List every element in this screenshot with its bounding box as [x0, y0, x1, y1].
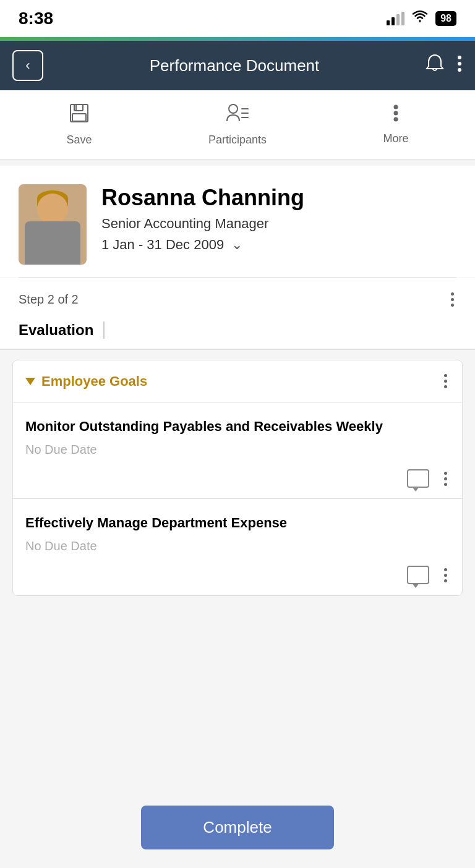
- goals-menu-icon[interactable]: [442, 372, 450, 391]
- wifi-icon: [412, 10, 428, 27]
- status-icons: 98: [387, 10, 456, 27]
- profile-info: Rosanna Channing Senior Accounting Manag…: [101, 184, 456, 253]
- goal-title-1: Monitor Outstanding Payables and Receiva…: [25, 417, 450, 436]
- status-bar: 8:38 98: [0, 0, 475, 37]
- goal-item: Monitor Outstanding Payables and Receiva…: [13, 402, 462, 499]
- goal-comment-icon-2[interactable]: [407, 566, 429, 584]
- battery-icon: 98: [435, 11, 456, 26]
- save-button[interactable]: Save: [42, 103, 116, 147]
- avatar: [19, 184, 87, 265]
- goal-title-2: Effectively Manage Department Expense: [25, 514, 450, 533]
- goal-item-menu-1[interactable]: [442, 469, 450, 488]
- svg-point-2: [458, 68, 461, 72]
- goals-title: Employee Goals: [25, 373, 147, 389]
- participants-icon: [226, 103, 249, 129]
- save-icon: [69, 103, 90, 129]
- avatar-face: [37, 194, 68, 224]
- eval-section: Evaluation: [0, 321, 475, 350]
- bell-icon[interactable]: [426, 54, 444, 78]
- svg-point-12: [394, 111, 398, 116]
- nav-icons: [426, 54, 463, 78]
- signal-icon: [387, 12, 404, 25]
- participants-label: Participants: [208, 134, 267, 147]
- battery-level: 98: [440, 13, 451, 24]
- toolbar: Save Participants More: [0, 90, 475, 160]
- avatar-container: [19, 184, 87, 265]
- goal-actions-1: [25, 469, 450, 488]
- more-icon: [393, 104, 399, 127]
- profile-section: Rosanna Channing Senior Accounting Manag…: [0, 166, 475, 277]
- step-section: Step 2 of 2: [0, 278, 475, 321]
- goal-due-1: No Due Date: [25, 443, 450, 457]
- goal-comment-icon-1[interactable]: [407, 469, 429, 488]
- participants-button[interactable]: Participants: [200, 103, 275, 147]
- goal-item: Effectively Manage Department Expense No…: [13, 499, 462, 595]
- svg-rect-5: [72, 114, 86, 121]
- complete-footer: Complete: [0, 796, 475, 868]
- goal-due-2: No Due Date: [25, 539, 450, 553]
- svg-point-0: [458, 56, 461, 59]
- goals-title-text: Employee Goals: [41, 373, 147, 389]
- eval-label: Evaluation: [19, 321, 105, 339]
- period-chevron-icon[interactable]: ⌄: [231, 237, 242, 253]
- avatar-body: [25, 221, 80, 265]
- step-menu-icon[interactable]: [448, 290, 456, 309]
- back-icon: ‹: [25, 57, 30, 74]
- goal-item-menu-2[interactable]: [442, 566, 450, 585]
- nav-header: ‹ Performance Document: [0, 41, 475, 90]
- goals-card: Employee Goals Monitor Outstanding Payab…: [12, 360, 463, 596]
- svg-point-1: [458, 62, 461, 66]
- period-text: 1 Jan - 31 Dec 2009: [101, 237, 224, 253]
- status-time: 8:38: [19, 9, 53, 28]
- profile-title: Senior Accounting Manager: [101, 216, 456, 232]
- more-label: More: [383, 132, 408, 145]
- goals-header: Employee Goals: [13, 360, 462, 402]
- collapse-icon[interactable]: [25, 378, 35, 385]
- complete-button[interactable]: Complete: [141, 806, 333, 849]
- svg-point-7: [229, 104, 238, 113]
- svg-point-13: [394, 117, 398, 122]
- step-text: Step 2 of 2: [19, 292, 79, 307]
- back-button[interactable]: ‹: [12, 50, 43, 81]
- more-button[interactable]: More: [359, 104, 433, 145]
- footer-space: [0, 606, 475, 668]
- svg-point-11: [394, 105, 398, 109]
- profile-name: Rosanna Channing: [101, 184, 456, 211]
- goal-actions-2: [25, 566, 450, 585]
- more-options-icon[interactable]: [456, 55, 463, 77]
- save-label: Save: [66, 134, 92, 147]
- profile-period: 1 Jan - 31 Dec 2009 ⌄: [101, 237, 456, 253]
- nav-title: Performance Document: [56, 56, 413, 75]
